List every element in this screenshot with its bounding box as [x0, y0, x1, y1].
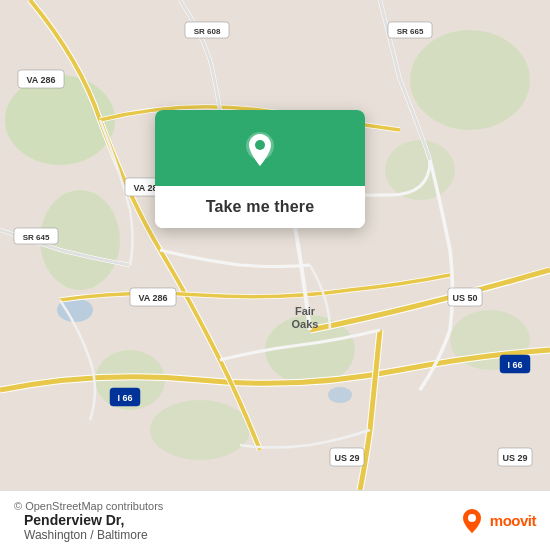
bottom-left: © OpenStreetMap contributors Penderview … [14, 500, 163, 542]
svg-point-4 [385, 140, 455, 200]
location-region: Washington / Baltimore [24, 528, 148, 542]
take-me-there-button[interactable]: Take me there [155, 186, 365, 228]
svg-text:US 29: US 29 [334, 453, 359, 463]
moovit-logo: moovit [458, 507, 536, 535]
moovit-brand-text: moovit [490, 512, 536, 529]
svg-text:SR 665: SR 665 [397, 27, 424, 36]
svg-text:SR 608: SR 608 [194, 27, 221, 36]
map-container: VA 286 VA 286 VA 286 VA 286 SR 608 SR 66… [0, 0, 550, 490]
svg-text:US 50: US 50 [452, 293, 477, 303]
svg-point-38 [255, 140, 265, 150]
svg-text:Oaks: Oaks [292, 318, 319, 330]
bottom-bar: © OpenStreetMap contributors Penderview … [0, 490, 550, 550]
svg-text:US 29: US 29 [502, 453, 527, 463]
location-name: Penderview Dr, [24, 512, 124, 528]
location-info: Penderview Dr, Washington / Baltimore [24, 512, 163, 542]
svg-text:I 66: I 66 [507, 360, 522, 370]
svg-text:SR 645: SR 645 [23, 233, 50, 242]
copyright-text: © OpenStreetMap contributors [14, 500, 163, 512]
svg-point-10 [328, 387, 352, 403]
svg-point-39 [468, 514, 476, 522]
popup-green-section [155, 110, 365, 186]
svg-text:I 66: I 66 [117, 393, 132, 403]
moovit-brand-icon [458, 507, 486, 535]
popup-card: Take me there [155, 110, 365, 228]
svg-text:VA 286: VA 286 [26, 75, 55, 85]
svg-text:VA 286: VA 286 [138, 293, 167, 303]
svg-text:Fair: Fair [295, 305, 316, 317]
svg-point-6 [150, 400, 250, 460]
location-pin-icon [238, 128, 282, 172]
svg-point-3 [410, 30, 530, 130]
